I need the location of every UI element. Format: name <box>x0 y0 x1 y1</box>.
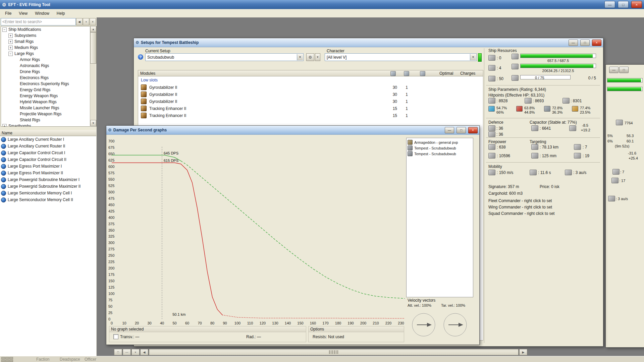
bg-minimize-button[interactable]: — <box>609 67 619 73</box>
fleet-commander-text[interactable]: Fleet Commander - right click to set <box>488 198 552 203</box>
list-item-large-ancillary-current-router-i[interactable]: Large Ancillary Current Router I <box>0 136 96 143</box>
tree-item-energy-grid-rigs[interactable]: Energy Grid Rigs <box>1 87 96 93</box>
close-panel-icon[interactable]: × <box>90 18 96 25</box>
legend-entry-tempest-scrubadubwub[interactable]: Tempest - Scrubadubwub <box>408 145 472 151</box>
collapse-panel-icon[interactable]: ◀ <box>76 18 83 25</box>
modules-table-header[interactable]: Modules Optimal Charges <box>138 70 483 76</box>
tree-item-hybrid-weapon-rigs[interactable]: Hybrid Weapon Rigs <box>1 99 96 105</box>
list-item-large-capacitor-control-circuit-i[interactable]: Large Capacitor Control Circuit I <box>0 149 96 156</box>
tree-item-armor-rigs[interactable]: Armor Rigs <box>1 57 96 63</box>
main-titlebar[interactable]: ⚙ EFT - EVE Fitting Tool — □ × <box>0 0 644 9</box>
y-tick-label: 75 <box>108 298 112 302</box>
module-row-gyrostabilizer-ii[interactable]: Gyrostabilizer II301 <box>138 91 483 98</box>
minimize-window-icon[interactable]: — <box>123 349 131 355</box>
series-tempest-scrubadubwub-falloff[interactable] <box>222 315 405 318</box>
expand-icon[interactable]: + <box>2 124 7 127</box>
tree-item-electronics-rigs[interactable]: Electronics Rigs <box>1 75 96 81</box>
bg-maximize-button[interactable]: □ <box>619 67 629 73</box>
module-row-gyrostabilizer-ii[interactable]: Gyrostabilizer II301 <box>138 84 483 91</box>
expand-icon[interactable]: + <box>8 40 13 44</box>
tree-item-small-rigs[interactable]: +Small Rigs <box>1 39 96 45</box>
scroll-down-icon[interactable]: ▼ <box>90 120 96 126</box>
list-item-large-powergrid-subroutine-maximizer-ii[interactable]: Large Powergrid Subroutine Maximizer II <box>0 183 96 190</box>
wrench-icon[interactable]: ⚙ <box>306 53 314 61</box>
scrollbar-grip[interactable] <box>329 350 338 354</box>
scroll-up-icon[interactable]: ▲ <box>90 26 96 32</box>
tree-item-subsystems[interactable]: +Subsystems <box>1 33 96 39</box>
series-armageddon-general-pvp-falloff[interactable] <box>181 161 405 298</box>
slot-group-low-slots[interactable]: Low slots <box>138 76 483 84</box>
tree-item-missile-launcher-rigs[interactable]: Missile Launcher Rigs <box>1 105 96 111</box>
wing-commander-text[interactable]: Wing Commander - right click to set <box>488 205 552 209</box>
background-setups-window[interactable]: — □ 77645%56.36%60.1(9m 52s)-31.6+25.4: … <box>605 64 644 348</box>
module-row-tracking-enhancer-ii[interactable]: Tracking Enhancer II151 <box>138 112 483 119</box>
list-item-large-semiconductor-memory-cell-i[interactable]: Large Semiconductor Memory Cell I <box>0 190 96 196</box>
pin-icon[interactable]: ▪ <box>83 18 89 25</box>
collapse-icon[interactable]: − <box>8 52 13 56</box>
chevron-down-icon[interactable]: ▼ <box>297 54 303 60</box>
list-item-large-egress-port-maximizer-ii[interactable]: Large Egress Port Maximizer II <box>0 170 96 176</box>
module-row-tracking-enhancer-ii[interactable]: Tracking Enhancer II151 <box>138 105 483 112</box>
dps-maximize-button[interactable]: □ <box>457 127 466 133</box>
maximize-button[interactable]: □ <box>618 1 629 8</box>
chevron-down-icon[interactable]: ▼ <box>470 54 476 60</box>
list-header[interactable]: Name <box>0 130 96 136</box>
minimize-button[interactable]: — <box>604 1 615 8</box>
tree-item-drone-rigs[interactable]: Drone Rigs <box>1 69 96 75</box>
close-button[interactable]: × <box>631 1 642 8</box>
transversal-checkbox[interactable] <box>113 334 118 339</box>
scroll-right-icon[interactable]: ▶ <box>519 349 527 355</box>
setups-titlebar[interactable]: ⚙ Setups for Tempest Battleship — □ × <box>134 38 603 47</box>
dps-minimize-button[interactable]: — <box>445 127 454 133</box>
current-setup-combobox[interactable]: Scrubadubwub ▼ <box>145 53 304 61</box>
squad-commander-text[interactable]: Squad Commander - right click to set <box>488 211 554 216</box>
tree-item-smartbombs[interactable]: +Smartbombs <box>1 123 96 127</box>
tree-item-ship-modifications[interactable]: −Ship Modifications <box>1 26 96 33</box>
list-item-large-capacitor-control-circuit-ii[interactable]: Large Capacitor Control Circuit II <box>0 156 96 163</box>
collapse-icon[interactable]: − <box>2 27 7 32</box>
tree-item-large-rigs[interactable]: −Large Rigs <box>1 51 96 57</box>
tree-item-energy-weapon-rigs[interactable]: Energy Weapon Rigs <box>1 93 96 99</box>
dps-close-button[interactable]: × <box>468 127 478 133</box>
legend-entry-tempest-scrubadubwub[interactable]: Tempest - Scrubadubwub <box>408 151 472 157</box>
character-combobox[interactable]: [All level V] ▼ <box>325 53 477 61</box>
legend-entry-armageddon-general-pvp[interactable]: Armageddon - general pvp <box>408 139 472 145</box>
menu-window[interactable]: Window <box>31 10 53 17</box>
tree-item-projectile-weapon-rigs[interactable]: Projectile Weapon Rigs <box>1 111 96 117</box>
dps-window[interactable]: ⚙ Damage Per Second graphs — □ × 0255075… <box>106 125 480 345</box>
module-row-gyrostabilizer-ii[interactable]: Gyrostabilizer II301 <box>138 98 483 105</box>
scrollbar-track[interactable] <box>149 349 519 355</box>
dps-titlebar[interactable]: ⚙ Damage Per Second graphs — □ × <box>106 126 479 135</box>
close-window-icon[interactable]: × <box>131 349 140 355</box>
setup-menu-chevron-icon[interactable]: ▼ <box>315 53 320 61</box>
setups-close-button[interactable]: × <box>592 40 601 46</box>
search-input[interactable] <box>1 18 76 25</box>
mdi-horizontal-scrollbar[interactable]: □ — × ◀ ▶ <box>114 349 527 355</box>
setups-maximize-button[interactable]: □ <box>580 40 590 46</box>
menu-view[interactable]: View <box>15 10 31 17</box>
calibration-bar <box>520 75 571 79</box>
list-item-large-semiconductor-memory-cell-ii[interactable]: Large Semiconductor Memory Cell II <box>0 196 96 203</box>
setups-minimize-button[interactable]: — <box>569 40 578 46</box>
list-item-large-powergrid-subroutine-maximizer-i[interactable]: Large Powergrid Subroutine Maximizer I <box>0 176 96 183</box>
tree-scrollbar[interactable]: ▲ ▼ <box>90 26 96 126</box>
restore-window-icon[interactable]: □ <box>114 349 122 355</box>
list-item-large-egress-port-maximizer-i[interactable]: Large Egress Port Maximizer I <box>0 163 96 170</box>
help-icon[interactable]: ? <box>138 54 143 60</box>
tree-item-astronautic-rigs[interactable]: Astronautic Rigs <box>1 63 96 69</box>
tree-item-electronics-superiority-rigs[interactable]: Electronics Superiority Rigs <box>1 81 96 87</box>
velocity-dials[interactable] <box>406 308 474 342</box>
x-tick-label: 170 <box>322 321 328 325</box>
series-tempest-scrubadubwub[interactable] <box>112 163 222 315</box>
scroll-left-icon[interactable]: ◀ <box>140 349 148 355</box>
tree-scrollbar-thumb[interactable] <box>90 32 96 64</box>
dps-chart[interactable]: 0255075100125150175200225250275300325350… <box>107 137 406 328</box>
rig-item-icon <box>1 197 6 202</box>
expand-icon[interactable]: + <box>8 46 13 50</box>
tree-item-shield-rigs[interactable]: Shield Rigs <box>1 117 96 123</box>
tree-item-medium-rigs[interactable]: +Medium Rigs <box>1 45 96 51</box>
menu-help[interactable]: Help <box>53 10 69 17</box>
list-item-large-ancillary-current-router-ii[interactable]: Large Ancillary Current Router II <box>0 143 96 149</box>
expand-icon[interactable]: + <box>8 34 13 38</box>
menu-file[interactable]: File <box>1 10 15 17</box>
